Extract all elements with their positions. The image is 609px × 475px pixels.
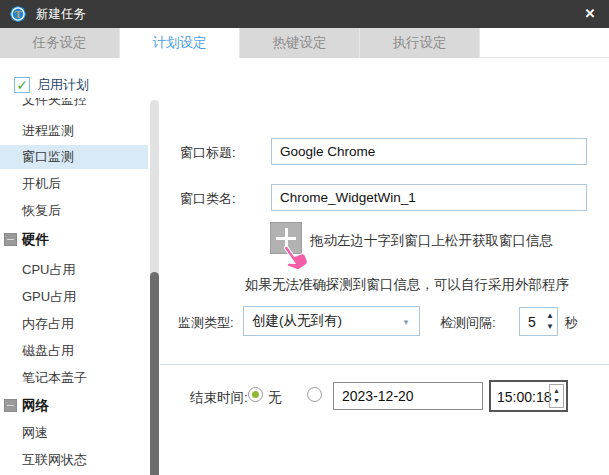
arrow-down-icon[interactable]: ▼ xyxy=(553,396,560,406)
tab-strip: 任务设定 计划设定 热键设定 执行设定 xyxy=(0,28,480,58)
svg-text:T: T xyxy=(15,9,22,20)
monitor-type-label: 监测类型: xyxy=(178,314,234,332)
sidebar-item-after-boot[interactable]: 开机后 xyxy=(0,172,148,196)
sidebar-item-gpu-usage[interactable]: GPU占用 xyxy=(0,285,148,309)
crosshair-drag-button[interactable] xyxy=(270,222,302,254)
enable-plan-row: ✓ 启用计划 xyxy=(14,76,89,94)
drag-hint-text: 拖动左边十字到窗口上松开获取窗口信息 xyxy=(310,232,553,250)
tab-execute-settings[interactable]: 执行设定 xyxy=(360,28,480,58)
crosshair-icon xyxy=(285,228,288,248)
sidebar-section-label: 网络 xyxy=(22,397,49,415)
stepper-arrows: ▲ ▼ xyxy=(546,310,554,332)
window-class-input[interactable] xyxy=(271,184,587,211)
seconds-unit-label: 秒 xyxy=(565,314,578,332)
check-interval-stepper[interactable]: 5 ▲ ▼ xyxy=(519,307,558,336)
end-time-label: 结束时间: xyxy=(190,389,248,407)
end-time-date-radio[interactable] xyxy=(307,387,322,402)
monitor-type-dropdown[interactable]: 创建(从无到有) ▼ xyxy=(243,306,420,336)
enable-plan-label: 启用计划 xyxy=(37,76,89,94)
app-gear-icon: T xyxy=(7,3,29,25)
collapse-icon[interactable] xyxy=(4,399,17,412)
external-hint-text: 如果无法准确探测到窗口信息，可以自行采用外部程序 xyxy=(245,276,569,294)
new-task-dialog: T 新建任务 ✕ 任务设定 计划设定 热键设定 执行设定 ✓ 启用计划 文件夹监… xyxy=(0,0,609,475)
window-title-input[interactable] xyxy=(271,138,587,165)
title-bar: T 新建任务 ✕ xyxy=(0,0,609,28)
close-icon[interactable]: ✕ xyxy=(581,5,599,23)
end-time-none-label: 无 xyxy=(268,389,282,407)
tab-hotkey-settings[interactable]: 热键设定 xyxy=(240,28,360,58)
sidebar-section-network[interactable]: 网络 xyxy=(0,394,148,418)
collapse-icon[interactable] xyxy=(4,233,17,246)
sidebar-scrollbar-thumb[interactable] xyxy=(150,272,159,475)
window-class-label: 窗口类名: xyxy=(180,190,236,208)
chevron-down-icon: ▼ xyxy=(402,318,410,327)
stepper-arrows: ▲ ▼ xyxy=(549,384,564,408)
check-interval-value: 5 xyxy=(528,314,536,330)
end-time-stepper[interactable]: 15:00:18 ▲ ▼ xyxy=(489,380,568,412)
sidebar-section-label: 硬件 xyxy=(22,231,49,249)
window-title: 新建任务 xyxy=(36,6,86,23)
sidebar-item-laptop-lid[interactable]: 笔记本盖子 xyxy=(0,366,148,390)
window-title-label: 窗口标题: xyxy=(180,144,236,162)
sidebar-item-process-monitor[interactable]: 进程监测 xyxy=(0,119,148,143)
sidebar-item-net-speed[interactable]: 网速 xyxy=(0,421,148,445)
check-interval-label: 检测间隔: xyxy=(440,314,496,332)
sidebar-item-window-monitor[interactable]: 窗口监测 xyxy=(0,145,148,169)
sidebar-item-disk-usage[interactable]: 磁盘占用 xyxy=(0,339,148,363)
arrow-down-icon[interactable]: ▼ xyxy=(546,321,554,332)
arrow-up-icon[interactable]: ▲ xyxy=(553,386,560,396)
sidebar-item-after-resume[interactable]: 恢复后 xyxy=(0,199,148,223)
tab-task-settings[interactable]: 任务设定 xyxy=(0,28,120,58)
monitor-type-value: 创建(从无到有) xyxy=(252,312,342,330)
sidebar-item-memory-usage[interactable]: 内存占用 xyxy=(0,312,148,336)
section-divider xyxy=(160,364,609,365)
sidebar-section-hardware[interactable]: 硬件 xyxy=(0,228,148,252)
enable-plan-checkbox[interactable]: ✓ xyxy=(14,77,30,93)
sidebar-item-internet-status[interactable]: 互联网状态 xyxy=(0,448,148,472)
end-time-none-radio[interactable] xyxy=(248,387,263,402)
monitor-type-list: 文件夹监控 进程监测 窗口监测 开机后 恢复后 硬件 CPU占用 GPU占用 内… xyxy=(0,98,148,475)
sidebar-item-folder-monitor[interactable]: 文件夹监控 xyxy=(0,98,148,112)
end-time-value: 15:00:18 xyxy=(497,389,552,405)
end-date-input[interactable] xyxy=(333,382,483,410)
tab-bar: 任务设定 计划设定 热键设定 执行设定 xyxy=(0,28,609,58)
arrow-up-icon[interactable]: ▲ xyxy=(546,310,554,321)
sidebar-item-cpu-usage[interactable]: CPU占用 xyxy=(0,258,148,282)
tab-plan-settings[interactable]: 计划设定 xyxy=(120,28,240,58)
